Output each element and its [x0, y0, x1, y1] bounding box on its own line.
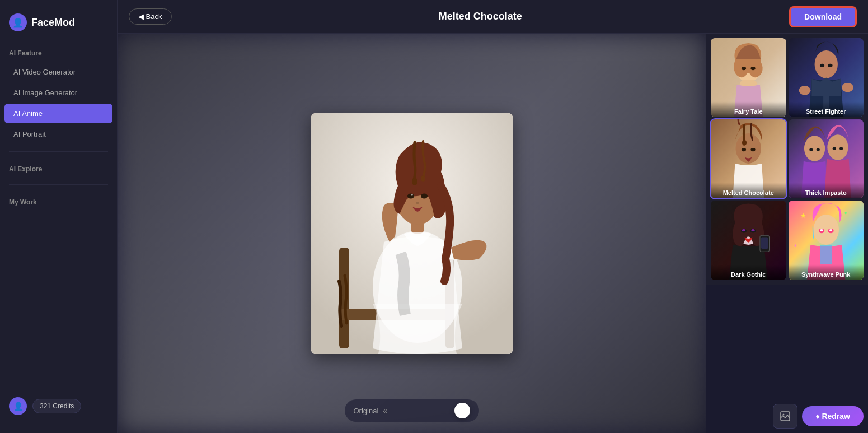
style-card-label-melted-chocolate: Melted Chocolate	[711, 183, 786, 198]
svg-point-33	[809, 148, 813, 151]
ai-explore-section-label: AI Explore	[0, 159, 117, 178]
logo-emoji: 👤	[12, 17, 24, 28]
style-card-dark-gothic[interactable]: Dark Gothic	[711, 201, 786, 280]
logo-text: FaceMod	[31, 17, 75, 29]
sidebar-item-ai-portrait[interactable]: AI Portrait	[4, 124, 112, 144]
svg-point-21	[819, 64, 824, 67]
ai-feature-section-label: AI Feature	[0, 43, 117, 62]
svg-point-41	[742, 229, 745, 231]
svg-point-32	[827, 134, 848, 160]
svg-point-46	[813, 215, 839, 245]
style-card-label-street-fighter: Street Fighter	[789, 101, 864, 117]
sidebar-divider-2	[9, 184, 108, 185]
sidebar-item-ai-anime[interactable]: AI Anime	[4, 104, 112, 123]
main-content: ◀ Back Melted Chocolate Download	[118, 0, 868, 433]
svg-point-36	[839, 147, 843, 150]
style-card-street-fighter[interactable]: Street Fighter	[789, 38, 864, 117]
svg-point-42	[751, 229, 754, 231]
slider-arrows-icon: «	[383, 406, 387, 415]
style-card-label-dark-gothic: Dark Gothic	[711, 264, 786, 280]
style-card-fairy-tale[interactable]: Fairy Tale	[711, 38, 786, 117]
svg-point-49	[820, 229, 823, 231]
style-grid: Fairy Tale	[711, 38, 864, 280]
my-work-section-label: My Work	[0, 192, 117, 211]
right-panel: Fairy Tale	[706, 34, 868, 285]
svg-text:✦: ✦	[843, 211, 848, 217]
main-image	[311, 113, 513, 354]
image-select-button[interactable]	[773, 404, 797, 429]
svg-text:★: ★	[800, 212, 806, 220]
sidebar-divider-1	[9, 151, 108, 152]
logo-icon: 👤	[9, 13, 27, 31]
content-area: Original «	[118, 34, 868, 433]
sidebar-item-ai-video[interactable]: AI Video Generator	[4, 62, 112, 82]
slider-thumb[interactable]	[454, 403, 470, 418]
svg-point-50	[829, 229, 832, 231]
svg-point-27	[742, 140, 747, 146]
svg-point-35	[832, 147, 836, 150]
svg-point-28	[742, 148, 746, 151]
svg-point-24	[842, 83, 853, 92]
header: ◀ Back Melted Chocolate Download	[118, 0, 868, 34]
right-panel-wrapper: Fairy Tale	[706, 34, 868, 433]
style-card-thick-impasto[interactable]: Thick Impasto	[789, 119, 864, 198]
figure-svg	[311, 113, 513, 354]
style-card-label-synthwave-punk: Synthwave Punk	[789, 264, 864, 280]
svg-point-8	[407, 193, 414, 198]
bottom-actions: ♦ Redraw	[773, 404, 864, 429]
page-title: Melted Chocolate	[181, 11, 781, 22]
sidebar-bottom: 👤 321 Credits	[0, 388, 117, 424]
svg-text:♦: ♦	[794, 243, 796, 248]
back-button[interactable]: ◀ Back	[129, 8, 172, 25]
svg-point-10	[411, 194, 413, 195]
canvas-area: Original «	[118, 34, 706, 433]
style-card-label-fairy-tale: Fairy Tale	[711, 101, 786, 117]
style-card-melted-chocolate[interactable]: Melted Chocolate	[711, 119, 786, 198]
svg-point-31	[804, 136, 824, 161]
svg-rect-44	[761, 238, 768, 249]
svg-point-17	[742, 67, 746, 70]
svg-point-34	[816, 148, 819, 151]
user-avatar[interactable]: 👤	[9, 397, 27, 415]
logo: 👤 FaceMod	[0, 9, 117, 43]
svg-point-29	[750, 148, 755, 151]
svg-point-12	[412, 178, 417, 185]
sidebar-item-ai-image[interactable]: AI Image Generator	[4, 83, 112, 103]
svg-point-23	[799, 86, 810, 95]
style-card-synthwave-punk[interactable]: ★ ✦ ♦ Synthwave Punk	[789, 201, 864, 280]
svg-point-11	[416, 202, 419, 204]
svg-point-13	[421, 175, 425, 182]
svg-point-22	[828, 64, 832, 67]
svg-point-9	[421, 193, 428, 198]
credits-badge[interactable]: 321 Credits	[32, 399, 81, 413]
style-card-label-thick-impasto: Thick Impasto	[789, 183, 864, 198]
sidebar: 👤 FaceMod AI Feature AI Video Generator …	[0, 0, 118, 433]
redraw-button[interactable]: ♦ Redraw	[802, 406, 864, 426]
svg-point-20	[814, 50, 837, 78]
download-button[interactable]: Download	[789, 6, 857, 27]
svg-point-18	[750, 67, 755, 70]
image-comparison-slider[interactable]: Original «	[345, 399, 479, 422]
slider-label: Original	[354, 407, 379, 415]
